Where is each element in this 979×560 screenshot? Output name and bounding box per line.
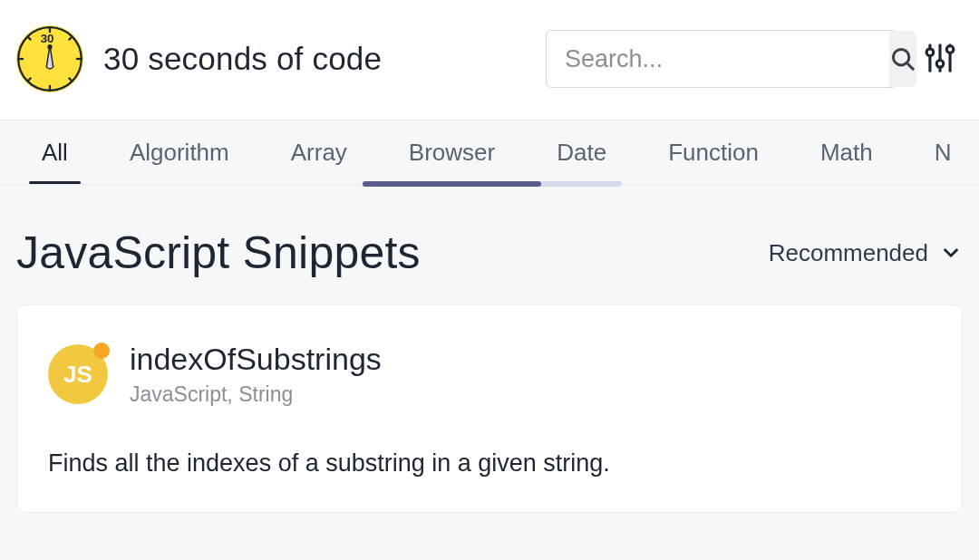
settings-button[interactable]	[917, 35, 963, 83]
site-logo[interactable]: 30	[16, 25, 83, 92]
snippet-title: indexOfSubstrings	[130, 342, 382, 377]
svg-point-16	[926, 48, 934, 55]
search-icon	[889, 45, 916, 72]
tabs-scrollbar-track[interactable]	[363, 181, 622, 187]
category-tabs: AllAlgorithmArrayBrowserDateFunctionMath…	[0, 120, 979, 185]
svg-point-10	[47, 44, 52, 49]
search-input[interactable]	[547, 45, 889, 73]
svg-point-18	[946, 45, 954, 53]
snippet-description: Finds all the indexes of a substring in …	[48, 447, 931, 479]
svg-line-12	[907, 63, 914, 70]
search-box	[546, 30, 897, 88]
svg-point-17	[936, 60, 944, 67]
tabs-scrollbar-thumb[interactable]	[363, 181, 541, 187]
svg-text:30: 30	[41, 32, 54, 45]
language-badge-text: JS	[63, 361, 92, 389]
language-badge: JS	[48, 344, 108, 404]
site-title[interactable]: 30 seconds of code	[103, 41, 382, 77]
settings-icon	[923, 41, 957, 75]
tab-all[interactable]: All	[11, 121, 99, 184]
tab-array[interactable]: Array	[260, 121, 378, 184]
tab-math[interactable]: Math	[790, 121, 904, 184]
tab-algorithm[interactable]: Algorithm	[99, 121, 260, 184]
snippet-card[interactable]: JS indexOfSubstrings JavaScript, String …	[16, 304, 963, 513]
snippet-tags: JavaScript, String	[130, 382, 382, 407]
clock-icon: 30	[16, 25, 83, 92]
tab-date[interactable]: Date	[526, 121, 637, 184]
sort-selected-label: Recommended	[769, 239, 928, 267]
page-title: JavaScript Snippets	[16, 227, 421, 279]
search-button[interactable]	[889, 31, 916, 87]
chevron-down-icon	[939, 241, 963, 265]
snippet-card-header: JS indexOfSubstrings JavaScript, String	[48, 342, 931, 407]
sort-select[interactable]: Recommended	[769, 239, 963, 267]
new-indicator-dot	[93, 343, 110, 359]
tab-browser[interactable]: Browser	[378, 121, 526, 184]
tab-n[interactable]: N	[904, 121, 979, 184]
header: 30 30 seconds of code	[0, 0, 979, 120]
tab-function[interactable]: Function	[637, 121, 790, 184]
page-head: JavaScript Snippets Recommended	[0, 185, 979, 304]
